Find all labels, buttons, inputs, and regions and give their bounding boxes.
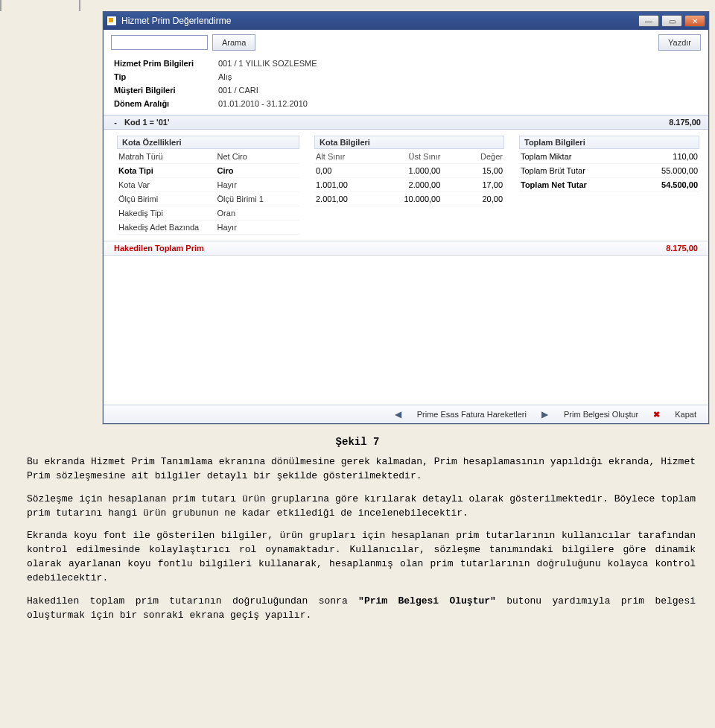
info-label: Tip xyxy=(114,70,218,83)
hakedilen-value: 8.175,00 xyxy=(666,244,698,253)
document-margin xyxy=(0,0,715,11)
expand-toggle-icon[interactable]: - xyxy=(111,118,120,127)
toolbar: Arama Yazdır xyxy=(104,30,708,55)
paragraph: Sözleşme için hesaplanan prim tutarı ürü… xyxy=(27,493,696,521)
col-header: Alt Sınır xyxy=(316,150,378,163)
info-value: 01.01.2010 - 31.12.2010 xyxy=(218,97,308,110)
info-value: Alış xyxy=(218,70,232,83)
close-button[interactable]: Kapat xyxy=(667,408,704,420)
kv-value: Hayır xyxy=(217,221,298,234)
invoice-movements-button[interactable]: Prime Esas Fatura Hareketleri xyxy=(410,408,534,420)
close-window-button[interactable]: ✕ xyxy=(684,15,705,27)
cell: 10.000,00 xyxy=(378,192,441,206)
search-input[interactable] xyxy=(111,35,208,50)
group-label: Kod 1 = '01' xyxy=(124,118,669,127)
kv-value: 110,00 xyxy=(645,150,698,163)
figure-caption: Şekil 7 xyxy=(0,424,715,455)
cell: 2.001,00 xyxy=(316,192,378,206)
kv-key: Matrah Türü xyxy=(118,150,217,163)
prev-arrow-icon[interactable]: ◀ xyxy=(392,409,405,420)
cell: 1.000,00 xyxy=(378,164,441,177)
kv-key: Kota Tipi xyxy=(118,164,217,177)
kv-value: Oran xyxy=(217,206,298,220)
table-row: 2.001,00 10.000,00 20,00 xyxy=(314,192,504,206)
dialog-window: Hizmet Prim Değerlendirme — ▭ ✕ Arama Ya… xyxy=(103,11,709,424)
panel-title: Toplam Bilgileri xyxy=(519,136,699,149)
search-button[interactable]: Arama xyxy=(212,34,255,51)
info-label: Dönem Aralığı xyxy=(114,97,218,110)
paragraph: Hakedilen toplam prim tutarının doğruluğ… xyxy=(27,595,696,623)
document-body: Bu ekranda Hizmet Prim Tanımlama ekranın… xyxy=(0,455,715,649)
group-total: 8.175,00 xyxy=(669,118,701,127)
hakedilen-bar: Hakedilen Toplam Prim 8.175,00 xyxy=(104,241,708,256)
info-value: 001 / 1 YILLIK SOZLESME xyxy=(218,57,317,70)
titlebar: Hizmet Prim Değerlendirme — ▭ ✕ xyxy=(104,12,708,30)
kota-ozellikleri-panel: Kota Özellikleri Matrah TürüNet Ciro Kot… xyxy=(117,136,299,235)
cell: 20,00 xyxy=(440,192,503,206)
footer-bar: ◀ Prime Esas Fatura Hareketleri ▶ Prim B… xyxy=(104,405,708,423)
close-x-icon[interactable]: ✖ xyxy=(650,410,663,420)
kv-key: Ölçü Birimi xyxy=(118,192,217,206)
kv-key: Kota Var xyxy=(118,178,217,192)
cell: 17,00 xyxy=(440,178,503,192)
next-arrow-icon[interactable]: ▶ xyxy=(538,409,552,420)
paragraph: Bu ekranda Hizmet Prim Tanımlama ekranın… xyxy=(27,455,696,484)
info-value: 001 / CARI xyxy=(218,83,258,97)
kv-value: Ölçü Birimi 1 xyxy=(217,192,298,206)
cell: 2.000,00 xyxy=(378,178,441,192)
hakedilen-label: Hakedilen Toplam Prim xyxy=(114,244,666,253)
table-row: 1.001,00 2.000,00 17,00 xyxy=(314,178,504,192)
details-panels: Kota Özellikleri Matrah TürüNet Ciro Kot… xyxy=(104,130,708,241)
header-info: Hizmet Prim Bilgileri 001 / 1 YILLIK SOZ… xyxy=(104,55,708,115)
minimize-button[interactable]: — xyxy=(638,15,659,27)
kv-value: 55.000,00 xyxy=(645,164,698,177)
kv-key: Toplam Net Tutar xyxy=(521,178,645,192)
kv-value: 54.500,00 xyxy=(645,178,698,192)
info-label: Müşteri Bilgileri xyxy=(114,83,218,97)
toplam-bilgileri-panel: Toplam Bilgileri Toplam Miktar110,00 Top… xyxy=(519,136,699,235)
info-label: Hizmet Prim Bilgileri xyxy=(114,57,218,70)
table-row: 0,00 1.000,00 15,00 xyxy=(314,164,504,178)
kv-key: Toplam Brüt Tutar xyxy=(521,164,645,177)
maximize-button[interactable]: ▭ xyxy=(661,15,682,27)
panel-title: Kota Bilgileri xyxy=(314,136,504,149)
cell: 15,00 xyxy=(440,164,503,177)
col-header: Üst Sınır xyxy=(378,150,441,163)
kv-value: Net Ciro xyxy=(217,150,298,163)
create-prim-doc-button[interactable]: Prim Belgesi Oluştur xyxy=(556,408,646,420)
group-row[interactable]: - Kod 1 = '01' 8.175,00 xyxy=(104,115,708,130)
print-button[interactable]: Yazdır xyxy=(658,34,701,51)
col-header: Değer xyxy=(440,150,503,163)
kota-bilgileri-panel: Kota Bilgileri Alt Sınır Üst Sınır Değer… xyxy=(314,136,504,235)
kv-value: Ciro xyxy=(217,164,298,177)
kv-value: Hayır xyxy=(217,178,298,192)
cell: 0,00 xyxy=(316,164,378,177)
panel-title: Kota Özellikleri xyxy=(117,136,299,149)
paragraph: Ekranda koyu font ile gösterilen bilgile… xyxy=(27,529,696,585)
cell: 1.001,00 xyxy=(316,178,378,192)
app-icon xyxy=(107,16,117,26)
kv-key: Hakediş Adet Bazında xyxy=(118,221,217,234)
kv-key: Toplam Miktar xyxy=(521,150,645,163)
kv-key: Hakediş Tipi xyxy=(118,206,217,220)
window-title: Hizmet Prim Değerlendirme xyxy=(121,16,638,26)
blank-area xyxy=(104,256,708,405)
